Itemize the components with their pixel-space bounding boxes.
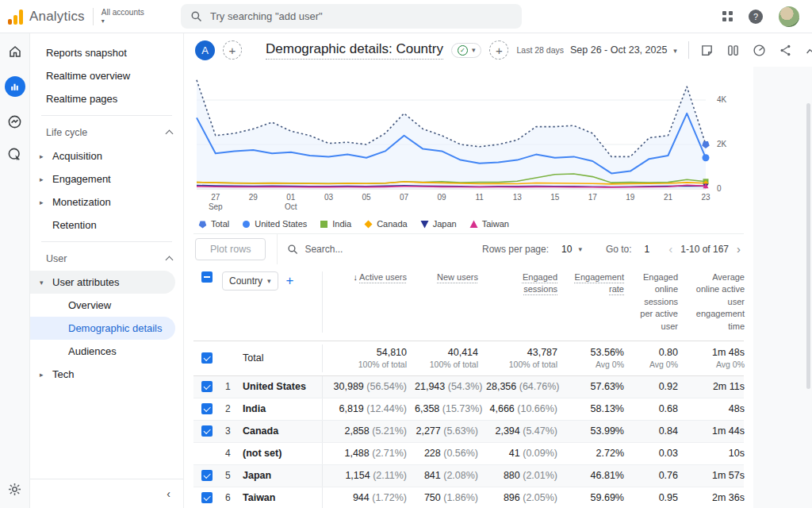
total-cell: 1m 48sAvg 0% — [678, 347, 745, 369]
cell-value: 0.92 — [659, 381, 678, 392]
column-header-4[interactable]: Engagement rate — [557, 271, 624, 296]
legend-item-taiwan[interactable]: Taiwan — [469, 219, 509, 229]
table-search-input[interactable]: Search... — [287, 244, 482, 255]
chevron-down-icon: ▾ — [40, 279, 46, 287]
data-freshness-icon[interactable] — [753, 44, 766, 57]
row-checkbox[interactable] — [201, 352, 213, 364]
cell-value: 841 — [424, 470, 441, 481]
row-rank: 4 — [222, 448, 243, 459]
sidebar-item-engagement[interactable]: ▸Engagement — [30, 167, 183, 190]
report-avatar[interactable]: A — [195, 40, 215, 60]
sidebar-item-tech[interactable]: ▸Tech — [30, 363, 183, 386]
sidebar-item-user-attributes[interactable]: ▾User attributes — [30, 271, 175, 294]
legend-marker-icon — [242, 220, 251, 229]
column-header-3[interactable]: Engaged sessions — [478, 271, 557, 296]
sidebar-item-realtime-pages[interactable]: Realtime pages — [30, 87, 183, 110]
row-checkbox[interactable] — [201, 470, 213, 481]
collapse-sidebar-button[interactable]: ‹ — [30, 479, 183, 508]
svg-text:Sep: Sep — [209, 202, 223, 211]
legend-item-total[interactable]: Total — [198, 219, 229, 229]
row-checkbox[interactable] — [201, 425, 213, 437]
admin-gear-icon[interactable] — [7, 482, 22, 497]
app-bar: Analytics All accounts ▾ Try searching "… — [0, 0, 812, 33]
row-country: India — [243, 403, 322, 414]
cell-value: 28,356 — [486, 381, 516, 392]
sidebar-item-label: Acquisition — [52, 150, 102, 162]
row-cell: 28,356 (64.76%) — [478, 381, 557, 392]
home-icon[interactable] — [8, 44, 22, 59]
report-card: 02K4K27Sep2901Oct0305070911131517192123 … — [184, 67, 753, 508]
svg-text:21: 21 — [664, 193, 673, 202]
advertising-icon[interactable] — [7, 114, 22, 129]
svg-text:Oct: Oct — [285, 202, 297, 211]
apps-grid-icon[interactable] — [722, 11, 733, 21]
row-cell: 2m 36s — [678, 492, 745, 503]
plot-rows-button[interactable]: Plot rows — [195, 238, 266, 260]
svg-text:4K: 4K — [717, 95, 727, 104]
insights-icon[interactable] — [805, 44, 812, 57]
comparison-icon[interactable] — [726, 44, 740, 57]
global-search-input[interactable]: Try searching "add user" — [181, 4, 522, 29]
sidebar-item-retention[interactable]: Retention — [30, 214, 183, 237]
total-cell: 54,810100% of total — [323, 347, 407, 369]
legend-item-india[interactable]: India — [320, 219, 351, 229]
column-header-6[interactable]: Average online active user engagement ti… — [678, 271, 745, 333]
sidebar-item-audiences[interactable]: Audiences — [30, 340, 183, 363]
sidebar-item-monetization[interactable]: ▸Monetization — [30, 190, 183, 214]
sidebar-item-demographic-details[interactable]: Demographic details — [30, 317, 175, 340]
sidebar-item-overview[interactable]: Overview — [30, 294, 183, 317]
sidebar-item-acquisition[interactable]: ▸Acquisition — [30, 144, 183, 167]
row-country: United States — [243, 381, 322, 392]
svg-text:01: 01 — [286, 193, 296, 202]
column-header-2[interactable]: New users — [407, 271, 478, 283]
next-page-icon[interactable]: › — [733, 242, 744, 256]
sidebar-item-realtime-overview[interactable]: Realtime overview — [30, 64, 183, 87]
brand: Analytics All accounts ▾ — [0, 8, 181, 25]
check-circle-icon: ✓ — [458, 45, 468, 56]
page-title[interactable]: Demographic details: Country — [266, 41, 443, 60]
row-rank: 1 — [222, 381, 243, 392]
row-country: Taiwan — [243, 492, 322, 503]
explore-icon[interactable] — [7, 147, 22, 162]
sidebar-item-reports-snapshot[interactable]: Reports snapshot — [30, 41, 183, 64]
avatar[interactable] — [779, 6, 799, 27]
cell-percent: (1.86%) — [443, 492, 478, 503]
reports-icon[interactable] — [5, 76, 25, 97]
row-cell: 0.92 — [624, 381, 678, 392]
notes-icon[interactable] — [700, 44, 714, 57]
column-header-1[interactable]: ↓Active users — [323, 271, 407, 283]
date-range-picker[interactable]: Last 28 days Sep 26 - Oct 23, 2025 ▾ — [516, 44, 676, 56]
dimension-selector[interactable]: Country ▾ — [222, 271, 278, 291]
cell-value: 2m 11s — [713, 381, 745, 392]
account-selector[interactable]: All accounts ▾ — [102, 8, 144, 25]
share-icon[interactable] — [779, 44, 792, 57]
goto-value[interactable]: 1 — [645, 244, 650, 255]
column-header-5[interactable]: Engaged online sessions per active user — [624, 271, 678, 333]
sidebar-section-label: Life cycle — [46, 127, 87, 138]
add-dimension-button[interactable]: + — [286, 273, 294, 289]
sidebar-section-user[interactable]: User — [30, 247, 183, 271]
legend-item-japan[interactable]: Japan — [420, 219, 457, 229]
select-all-checkbox[interactable] — [201, 271, 213, 283]
report-status-badge[interactable]: ✓ ▾ — [451, 43, 482, 58]
help-icon[interactable]: ? — [749, 10, 763, 24]
legend-item-canada[interactable]: Canada — [364, 219, 408, 229]
row-checkbox[interactable] — [201, 492, 213, 503]
add-metric-button[interactable]: + — [489, 40, 508, 60]
legend-marker-icon — [364, 220, 373, 229]
scrollbar[interactable] — [806, 103, 810, 389]
legend-label: United States — [255, 219, 307, 229]
table-header: Country ▾ + ↓Active usersNew usersEngage… — [193, 264, 744, 341]
sidebar-section-life-cycle[interactable]: Life cycle — [30, 121, 183, 144]
legend-item-united-states[interactable]: United States — [242, 219, 307, 229]
row-checkbox[interactable] — [201, 381, 213, 392]
chevron-right-icon: ▸ — [40, 198, 46, 206]
prev-page-icon[interactable]: ‹ — [665, 242, 676, 256]
chevron-down-icon[interactable]: ▾ — [578, 245, 582, 253]
rows-per-page-value[interactable]: 10 — [561, 244, 572, 255]
row-cell: 944 (1.72%) — [323, 492, 407, 503]
row-checkbox[interactable] — [201, 403, 213, 414]
chevron-down-icon: ▾ — [472, 46, 476, 54]
date-preset-label: Last 28 days — [516, 45, 564, 55]
add-report-button[interactable]: + — [223, 40, 242, 60]
